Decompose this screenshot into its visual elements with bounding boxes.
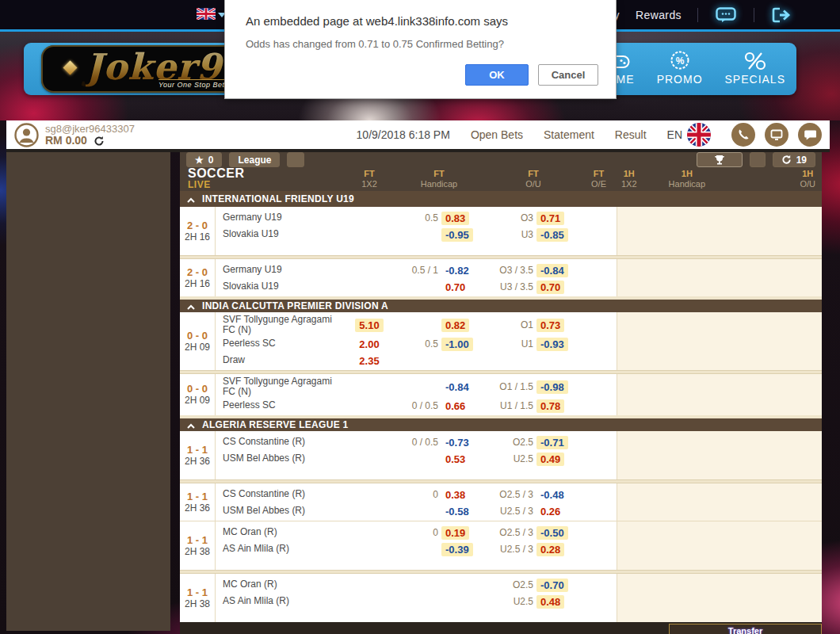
team-name: CS Constantine (R) [216,489,346,499]
odds-value[interactable]: -0.39 [441,543,473,556]
phone-icon[interactable] [731,123,755,147]
match-block: 2 - 02H 16Germany U190.5 / 1-0.82O3 / 3.… [180,259,822,296]
score-time-cell: 2 - 02H 16 [180,259,216,296]
handicap-odds-cell: 0.19 [441,525,486,540]
odds-value[interactable]: 2.35 [355,354,383,368]
odds-row: SVF Tollygunge Agragami FC (N)5.100.82O1… [216,315,822,335]
blank-toolbar-button[interactable] [287,152,304,167]
handicap-odds-cell: -0.84 [441,380,486,394]
handicap-odds-cell: -1.00 [441,337,486,351]
odds-value[interactable]: 0.38 [441,488,469,502]
league-header[interactable]: INDIA CALCUTTA PREMIER DIVISION A [180,296,822,312]
odds-value[interactable]: -0.71 [536,436,568,449]
ou-odds-cell: 0.71 [536,211,581,225]
odds-value[interactable]: -0.84 [441,380,473,394]
x12-odds-cell: 2.00 [346,337,392,351]
odds-value[interactable]: 0.53 [441,453,469,466]
league-section: ALGERIA RESERVE LEAGUE 11 - 12H 36CS Con… [180,415,822,622]
odds-value[interactable]: -0.93 [536,338,568,351]
odds-value[interactable]: -0.50 [536,526,568,540]
odds-value[interactable]: 0.71 [536,212,564,225]
odds-row: AS Ain Mlila (R)-0.39U2.5 / 30.28 [216,540,822,557]
odds-value[interactable]: 0.73 [536,319,564,332]
trophy-button[interactable] [697,152,743,167]
refresh-button[interactable]: 19 [773,152,815,167]
cancel-button[interactable]: Cancel [538,64,598,86]
handicap-odds-cell: -0.58 [441,504,486,518]
avatar[interactable] [14,123,39,147]
chat-bubble-icon[interactable] [798,123,822,147]
odds-value[interactable]: -0.98 [536,380,568,394]
ou-line: U1 [486,338,536,349]
menu-item-specials[interactable]: SPECIALS [725,48,785,86]
score-time-cell: 1 - 12H 38 [180,521,216,570]
monitor-icon[interactable] [765,123,788,147]
odds-value[interactable]: -0.73 [441,436,473,449]
nav-divider [754,8,754,22]
odds-value[interactable]: 0.78 [536,399,564,413]
nav-language-flag[interactable] [197,8,226,20]
league-header[interactable]: ALGERIA RESERVE LEAGUE 1 [180,415,822,431]
league-header[interactable]: INTERNATIONAL FRIENDLY U19 [180,191,822,207]
ou-line: U2.5 / 3 [486,506,536,517]
odds-value[interactable]: 0.28 [536,543,564,556]
odds-value[interactable]: -1.00 [441,338,473,351]
sport-name: SOCCER [188,167,346,179]
odds-value[interactable]: 0.26 [536,505,564,518]
odds-value[interactable]: 0.70 [441,281,469,294]
statement-link[interactable]: Statement [544,128,594,141]
team-name: Slovakia U19 [216,281,346,292]
ou-line: U2.5 / 3 [486,544,536,555]
odds-value[interactable]: -0.48 [536,488,568,502]
odds-value[interactable]: -0.84 [536,264,568,277]
refresh-balance-icon[interactable] [94,136,105,147]
handicap-line: 0 [392,489,441,500]
odds-value[interactable]: -0.58 [441,505,473,518]
open-bets-link[interactable]: Open Bets [471,128,523,141]
match-time: 2H 16 [185,231,210,243]
chat-icon[interactable] [714,6,738,24]
odds-row: AS Ain Mlila (R)U2.50.48 [216,593,822,609]
handicap-line: 0.5 / 1 [392,265,441,276]
menu-label: SPECIALS [725,73,785,86]
league-name: INTERNATIONAL FRIENDLY U19 [202,193,354,204]
refresh-count: 19 [796,155,807,166]
x12-odds-cell: 2.35 [346,353,392,368]
odds-value[interactable]: 5.10 [355,319,383,332]
blank-toolbar-button-2[interactable] [750,152,766,167]
ou-odds-cell: 0.70 [536,280,581,294]
match-rows: MC Oran (R)O2.5-0.70AS Ain Mlila (R)U2.5… [216,574,822,622]
team-name: Slovakia U19 [216,229,346,239]
transfer-button[interactable]: Transfer [669,624,822,634]
ok-button[interactable]: OK [465,64,529,86]
handicap-odds-cell: -0.82 [441,263,486,277]
odds-value[interactable]: 0.70 [536,281,564,294]
odds-value[interactable]: 0.48 [536,595,564,609]
column-ft-handicap: FTHandicap [392,169,486,189]
odds-row: Germany U190.5 / 1-0.82O3 / 3.5-0.84 [216,262,822,278]
uk-flag-icon [197,8,216,20]
odds-value[interactable]: -0.82 [441,264,473,277]
odds-value[interactable]: 0.49 [536,453,564,466]
content-panel: ★ 0 League 19 SOCCER [180,152,822,631]
league-button[interactable]: League [229,152,280,167]
odds-value[interactable]: 2.00 [355,338,383,351]
favorites-button[interactable]: ★ 0 [186,152,222,167]
x12-odds-cell: 5.10 [346,318,392,332]
odds-value[interactable]: 0.83 [441,212,469,225]
match-block: 0 - 02H 09SVF Tollygunge Agragami FC (N)… [180,312,822,370]
odds-value[interactable]: 0.19 [441,526,469,540]
odds-value[interactable]: 0.66 [441,399,469,413]
handicap-odds-cell: 0.83 [441,211,486,225]
language-selector[interactable]: EN [667,123,711,147]
svg-text:%: % [675,55,684,67]
odds-value[interactable]: 0.82 [441,319,469,332]
menu-item-promo[interactable]: % PROMO [657,48,703,86]
odds-value[interactable]: -0.95 [441,228,473,242]
result-link[interactable]: Result [615,128,647,141]
logout-icon[interactable] [770,6,794,24]
odds-value[interactable]: -0.85 [536,228,568,242]
match-time: 2H 36 [185,502,210,514]
odds-value[interactable]: -0.70 [536,579,568,592]
nav-item-rewards[interactable]: Rewards [636,9,682,21]
